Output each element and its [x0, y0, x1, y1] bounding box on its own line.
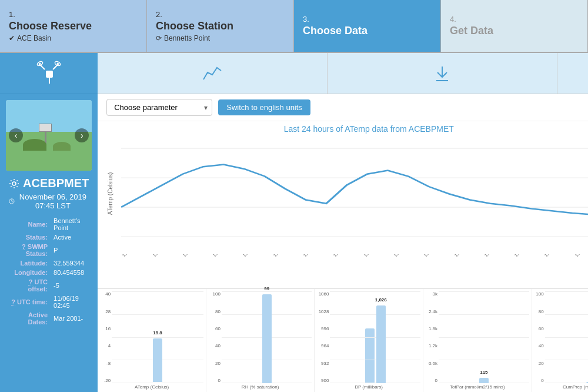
station-utctime-row: ? UTC time: 11/06/19 02:45 — [9, 294, 89, 310]
download-button[interactable] — [328, 53, 557, 94]
rh-chart-body: 99 — [222, 291, 312, 383]
station-swmp-row: ? SWMP Status: P — [9, 242, 89, 258]
svg-line-11 — [12, 201, 13, 202]
step-1[interactable]: 1. Choose Reserve ✔ ACE Basin — [0, 0, 147, 52]
totpar-chart-body: 115 — [439, 291, 529, 383]
satellite-icon — [34, 59, 64, 88]
step-bar: 1. Choose Reserve ✔ ACE Basin 2. Choose … — [0, 0, 588, 53]
check-icon: ✔ — [9, 34, 15, 42]
param-select[interactable]: Choose parameter — [106, 99, 212, 116]
atemp-chart-body: 15.8 — [112, 291, 203, 383]
totpar-y-axis: 3k2.4k1.8k1.2k0.6k0 — [426, 291, 439, 383]
station-lat-row: Latitude: 32.559344 — [9, 258, 89, 268]
bp-value: 1,026 — [375, 297, 387, 303]
station-activedates-row: Active Dates: Mar 2001- — [9, 310, 89, 327]
step-1-title: Choose Reserve — [9, 20, 138, 32]
station-utcoffset-row: ? UTC offset: -5 — [9, 277, 89, 294]
left-panel: ‹ › ACEBPMET November 06, 2019 07:45 LST — [0, 53, 98, 392]
next-image-button[interactable]: › — [75, 128, 89, 142]
step-3-title: Choose Data — [303, 25, 432, 37]
utctime-help-icon[interactable]: ? — [11, 298, 15, 305]
step-3-number: 3. — [303, 15, 432, 24]
step-2-subtitle: ⟳ Bennetts Point — [156, 34, 285, 42]
step-2[interactable]: 2. Choose Station ⟳ Bennetts Point — [147, 0, 294, 52]
line-chart-button[interactable] — [98, 53, 328, 94]
station-lon-row: Longitude: 80.454558 — [9, 268, 89, 277]
file-button[interactable] — [557, 53, 588, 94]
svg-point-6 — [39, 62, 41, 64]
gear-icon — [9, 178, 19, 189]
mini-chart-cumprcp: 100806040200 — [532, 289, 588, 392]
mini-chart-totpar: 3k2.4k1.8k1.2k0.6k0 — [423, 289, 532, 392]
step-2-number: 2. — [156, 10, 285, 19]
mini-chart-atemp: 4028164-8-20 — [98, 289, 206, 392]
station-image: ‹ › — [6, 100, 92, 171]
cumprcp-label: CumPrcp (millimeters) — [534, 384, 588, 390]
chart-and-map-area: Choose parameter ▾ Switch to english uni… — [98, 94, 588, 392]
param-select-wrapper: Choose parameter ▾ — [106, 99, 212, 116]
data-type-bar — [98, 53, 588, 94]
mini-chart-rh: 100806040200 — [206, 289, 315, 392]
chart-section: Choose parameter ▾ Switch to english uni… — [98, 94, 588, 392]
chart-title: Last 24 hours of ATemp data from ACEBPME… — [98, 124, 588, 134]
rh-value: 99 — [264, 286, 269, 291]
rh-y-axis: 100806040200 — [209, 291, 222, 383]
totpar-label: TotPar (mmol/m2/15 mins) — [426, 384, 529, 390]
mini-chart-bp: 10601028996964932900 — [315, 289, 423, 392]
atemp-y-axis: 4028164-8-20 — [100, 291, 112, 383]
step-1-number: 1. — [9, 10, 138, 19]
line-chart-area: 25.0 20.0 15.0 ATemp (Celsius) — [98, 134, 588, 254]
step-3[interactable]: 3. Choose Data — [294, 0, 441, 52]
rh-label: RH (% saturation) — [209, 384, 312, 390]
swmp-help-icon[interactable]: ? — [22, 243, 26, 250]
svg-point-8 — [12, 182, 16, 185]
atemp-label: ATemp (Celsius) — [100, 384, 203, 390]
temperature-line-chart: 25.0 20.0 15.0 — [121, 134, 588, 251]
bp-y-axis: 10601028996964932900 — [317, 291, 330, 383]
x-axis-labels: 11/4 09:15 LST 11/4 12:00 LST 11/4 14:45… — [98, 254, 588, 289]
cumprcp-y-axis: 100806040200 — [534, 291, 545, 383]
clock-icon — [9, 197, 15, 205]
station-name-row: Name: Bennett's Point — [9, 216, 89, 232]
station-name-header: ACEBPMET — [9, 177, 89, 190]
station-status-row: Status: Active — [9, 232, 89, 242]
mini-charts-row: 4028164-8-20 — [98, 288, 588, 392]
chart-controls: Choose parameter ▾ Switch to english uni… — [98, 94, 588, 121]
main-content: ‹ › ACEBPMET November 06, 2019 07:45 LST — [0, 53, 588, 392]
svg-point-7 — [57, 62, 59, 64]
station-date: November 06, 2019 07:45 LST — [9, 192, 89, 210]
station-info: ACEBPMET November 06, 2019 07:45 LST Nam… — [0, 177, 98, 327]
line-chart-icon — [201, 62, 224, 85]
cumprcp-chart-body: 0 — [545, 291, 588, 383]
utcoffset-help-icon[interactable]: ? — [29, 278, 33, 285]
download-icon — [430, 62, 454, 85]
bp-chart-body: 1,026 — [330, 291, 420, 383]
clock-icon: ⟳ — [156, 34, 162, 42]
step-4: 4. Get Data — [441, 0, 588, 52]
y-axis-label: ATemp (Celsius) — [107, 172, 113, 215]
satellite-button[interactable] — [0, 53, 98, 94]
step-4-number: 4. — [450, 15, 579, 24]
right-section: Choose parameter ▾ Switch to english uni… — [98, 53, 588, 392]
english-units-button[interactable]: Switch to english units — [218, 99, 310, 115]
step-2-title: Choose Station — [156, 20, 285, 32]
prev-image-button[interactable]: ‹ — [9, 128, 23, 142]
step-1-subtitle: ✔ ACE Basin — [9, 34, 138, 42]
station-details-table: Name: Bennett's Point Status: Active ? S… — [9, 216, 89, 327]
bp-label: BP (millibars) — [317, 384, 420, 390]
svg-rect-0 — [46, 71, 53, 78]
atemp-value: 15.8 — [153, 330, 162, 335]
step-4-title: Get Data — [450, 25, 579, 37]
totpar-value: 115 — [480, 370, 487, 375]
